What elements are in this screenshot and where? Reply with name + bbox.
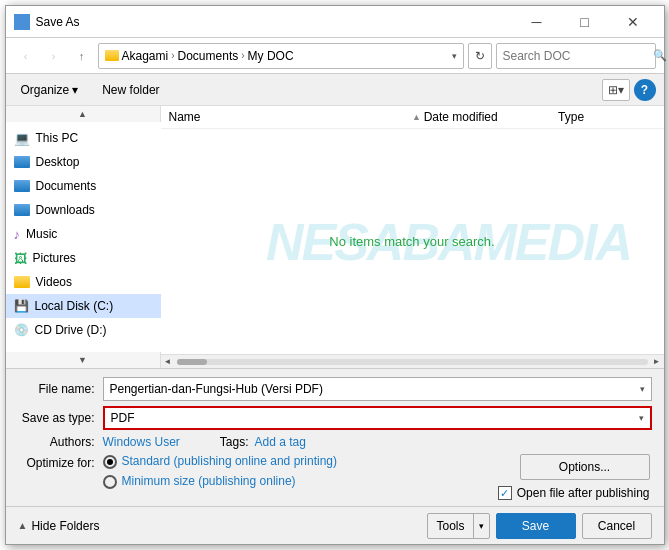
horizontal-scrollbar[interactable]: ◄ ► <box>161 354 664 368</box>
sidebar-item-local-disk[interactable]: 💾 Local Disk (C:) <box>6 294 161 318</box>
col-type-header[interactable]: Type <box>558 110 655 124</box>
new-folder-label: New folder <box>102 83 159 97</box>
optimize-options-row: Optimize for: Standard (publishing onlin… <box>18 454 652 500</box>
filename-value: Pengertian-dan-Fungsi-Hub (Versi PDF) <box>110 382 640 396</box>
options-button[interactable]: Options... <box>520 454 650 480</box>
savetype-value: PDF <box>111 411 639 425</box>
col-date-header[interactable]: Date modified <box>363 110 558 124</box>
sidebar-item-videos[interactable]: Videos <box>6 270 161 294</box>
search-input[interactable] <box>503 49 653 63</box>
sort-arrow: ▲ <box>412 112 421 122</box>
toolbar-right: ⊞ ▾ ? <box>602 79 656 101</box>
savetype-row: Save as type: PDF ▾ <box>18 406 652 430</box>
view-icon: ⊞ <box>608 83 618 97</box>
sidebar: 💻 This PC Desktop Documents Downloads ♪ <box>6 122 161 352</box>
breadcrumb-sep-2: › <box>241 50 244 61</box>
view-button[interactable]: ⊞ ▾ <box>602 79 630 101</box>
radio-minimum[interactable]: Minimum size (publishing online) <box>103 474 337 490</box>
bottom-right-controls: Tools ▾ Save Cancel <box>427 513 651 539</box>
open-file-checkbox-row[interactable]: ✓ Open file after publishing <box>498 486 650 500</box>
tools-button[interactable]: Tools ▾ <box>427 513 489 539</box>
search-icon: 🔍 <box>653 49 667 62</box>
filename-label: File name: <box>18 382 103 396</box>
scroll-track[interactable] <box>177 359 648 365</box>
sidebar-item-pictures[interactable]: 🖼 Pictures <box>6 246 161 270</box>
hide-folders-button[interactable]: ▲ Hide Folders <box>18 519 100 533</box>
right-panel: Options... ✓ Open file after publishing <box>498 454 652 500</box>
optimize-options: Standard (publishing online and printing… <box>103 454 337 489</box>
col-name-header[interactable]: Name <box>169 110 364 124</box>
pictures-icon: 🖼 <box>14 251 27 266</box>
pc-icon: 💻 <box>14 131 30 146</box>
help-button[interactable]: ? <box>634 79 656 101</box>
save-as-dialog: Save As ─ □ ✕ ‹ › ↑ Akagami › Documents … <box>5 5 665 545</box>
bottom-bar: ▲ Hide Folders Tools ▾ Save Cancel <box>6 506 664 544</box>
authors-label: Authors: <box>18 435 103 449</box>
title-bar: Save As ─ □ ✕ <box>6 6 664 38</box>
optimize-label: Optimize for: <box>18 454 103 470</box>
open-file-checkbox[interactable]: ✓ <box>498 486 512 500</box>
maximize-button[interactable]: □ <box>562 8 608 36</box>
cancel-button[interactable]: Cancel <box>582 513 652 539</box>
file-list-header: ▲ Name Date modified Type <box>161 106 664 129</box>
authors-value[interactable]: Windows User <box>103 435 180 449</box>
sidebar-item-cd-drive[interactable]: 💿 CD Drive (D:) <box>6 318 161 342</box>
no-items-message: No items match your search. <box>329 234 494 249</box>
address-bar: ‹ › ↑ Akagami › Documents › My DOC ▾ ↻ 🔍 <box>6 38 664 74</box>
minimize-button[interactable]: ─ <box>514 8 560 36</box>
sidebar-item-downloads[interactable]: Downloads <box>6 198 161 222</box>
documents-folder-icon <box>14 180 30 192</box>
radio-minimum-btn[interactable] <box>103 475 117 489</box>
view-arrow: ▾ <box>618 83 624 97</box>
sidebar-item-this-pc[interactable]: 💻 This PC <box>6 126 161 150</box>
organize-button[interactable]: Organize ▾ <box>14 80 86 100</box>
hide-folders-arrow: ▲ <box>18 520 28 531</box>
scroll-right-button[interactable]: ► <box>650 355 664 369</box>
breadcrumb-dropdown-arrow[interactable]: ▾ <box>452 51 457 61</box>
authors-tags-row: Authors: Windows User Tags: Add a tag <box>18 435 652 449</box>
back-button[interactable]: ‹ <box>14 44 38 68</box>
close-button[interactable]: ✕ <box>610 8 656 36</box>
sidebar-scroll-down[interactable]: ▼ <box>6 352 160 368</box>
radio-standard-label: Standard (publishing online and printing… <box>122 454 337 470</box>
sidebar-item-desktop[interactable]: Desktop <box>6 150 161 174</box>
tags-label: Tags: <box>220 435 249 449</box>
downloads-folder-icon <box>14 204 30 216</box>
breadcrumb[interactable]: Akagami › Documents › My DOC ▾ <box>98 43 464 69</box>
sidebar-item-music[interactable]: ♪ Music <box>6 222 161 246</box>
radio-standard[interactable]: Standard (publishing online and printing… <box>103 454 337 470</box>
sidebar-scroll-up[interactable]: ▲ <box>6 106 160 122</box>
savetype-dropdown-arrow[interactable]: ▾ <box>639 413 644 423</box>
up-button[interactable]: ↑ <box>70 44 94 68</box>
videos-folder-icon <box>14 276 30 288</box>
hide-folders-label: Hide Folders <box>31 519 99 533</box>
savetype-label: Save as type: <box>18 411 103 425</box>
filename-dropdown-arrow[interactable]: ▾ <box>640 384 645 394</box>
save-button[interactable]: Save <box>496 513 576 539</box>
tags-value[interactable]: Add a tag <box>255 435 306 449</box>
dialog-icon <box>14 14 30 30</box>
main-area: ▲ 💻 This PC Desktop Documents Downloa <box>6 106 664 368</box>
scroll-left-button[interactable]: ◄ <box>161 355 175 369</box>
file-list: ▲ Name Date modified Type NESABAMEDIA No… <box>161 106 664 368</box>
breadcrumb-part-3: My DOC <box>248 49 294 63</box>
filename-input[interactable]: Pengertian-dan-Fungsi-Hub (Versi PDF) ▾ <box>103 377 652 401</box>
optimize-row: Optimize for: Standard (publishing onlin… <box>18 454 498 489</box>
savetype-input[interactable]: PDF ▾ <box>103 406 652 430</box>
search-box[interactable]: 🔍 <box>496 43 656 69</box>
new-folder-button[interactable]: New folder <box>93 80 168 100</box>
radio-standard-btn[interactable] <box>103 455 117 469</box>
disk-icon: 💾 <box>14 299 29 313</box>
tools-label: Tools <box>428 519 472 533</box>
sidebar-item-documents[interactable]: Documents <box>6 174 161 198</box>
open-file-label: Open file after publishing <box>517 486 650 500</box>
cd-icon: 💿 <box>14 323 29 337</box>
file-list-content: NESABAMEDIA No items match your search. <box>161 129 664 354</box>
refresh-button[interactable]: ↻ <box>468 43 492 69</box>
forward-button[interactable]: › <box>42 44 66 68</box>
tools-arrow: ▾ <box>473 514 489 538</box>
window-controls: ─ □ ✕ <box>514 8 656 36</box>
scroll-thumb[interactable] <box>177 359 207 365</box>
music-icon: ♪ <box>14 227 21 242</box>
breadcrumb-part-1: Akagami <box>122 49 169 63</box>
